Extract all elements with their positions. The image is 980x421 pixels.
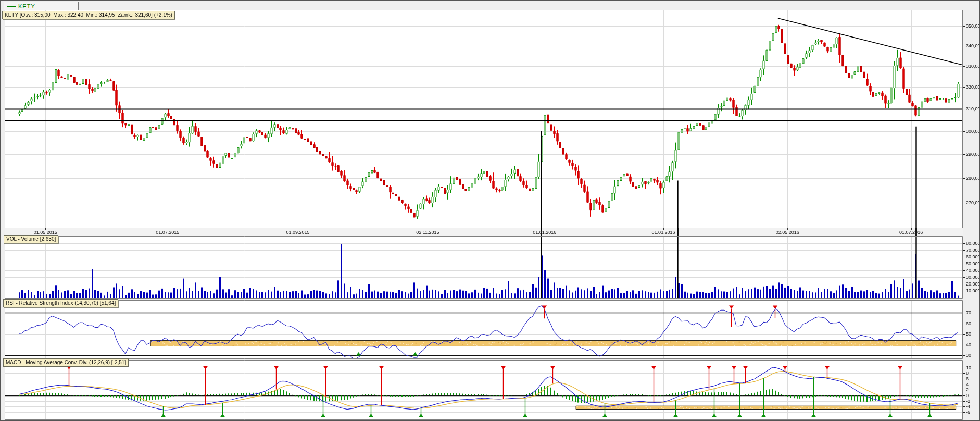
macd-axis-label: 2 [966, 388, 969, 392]
macd-axis-label: -4 [966, 404, 970, 409]
date-label: 01.09.2015 [280, 230, 316, 235]
volume-axis-label: 70.000 [966, 248, 980, 253]
charting-app-window: KETY KETY [Otw.: 315,00 Max.: 322,40 Min… [0, 0, 980, 421]
date-label: 01.03.2016 [645, 230, 682, 235]
macd-panel-header[interactable]: MACD - Moving Average Conv. Div. (12,26,… [3, 358, 129, 367]
macd-axis-label: 8 [966, 371, 969, 376]
date-label: 02.11.2015 [409, 230, 446, 235]
series-line-icon [7, 6, 16, 7]
chart-canvas[interactable] [1, 1, 980, 421]
price-axis-label: 290,00 [966, 152, 980, 157]
rsi-axis-label: 40 [966, 343, 971, 348]
date-label: 01.07.2016 [893, 230, 929, 235]
volume-axis-label: 30.000 [966, 275, 980, 280]
price-axis-label: 270,00 [966, 201, 980, 205]
date-label: 01.07.2015 [149, 230, 186, 235]
rsi-axis-label: 60 [966, 321, 971, 326]
volume-axis-label: 20.000 [966, 282, 980, 287]
rsi-panel-header[interactable]: RSI - Relative Strength Index (14,30,70)… [3, 299, 118, 307]
date-label: 01.01.2016 [526, 230, 563, 235]
price-axis-label: 340,00 [966, 44, 980, 48]
volume-axis-label: 40.000 [966, 268, 980, 273]
date-label: 02.05.2016 [769, 230, 806, 235]
volume-panel-header[interactable]: VOL - Volume [2.630] [4, 235, 58, 243]
price-axis-label: 310,00 [966, 107, 980, 112]
series-legend[interactable]: KETY [4, 2, 79, 10]
price-axis-label: 350,00 [966, 24, 980, 29]
rsi-axis-label: 50 [966, 332, 971, 337]
price-axis-label: 300,00 [966, 129, 980, 134]
volume-axis-label: 60.000 [966, 255, 980, 259]
ohlc-info-bar: KETY [Otw.: 315,00 Max.: 322,40 Min.: 31… [2, 11, 175, 19]
macd-axis-label: 6 [966, 377, 969, 381]
price-axis-label: 330,00 [966, 64, 980, 69]
series-symbol-label: KETY [18, 3, 35, 9]
macd-axis-label: -2 [966, 399, 970, 404]
date-label: 01.05.2015 [27, 230, 64, 235]
macd-axis-label: -6 [966, 410, 970, 415]
rsi-axis-label: 70 [966, 311, 971, 315]
rsi-axis-label: 30 [966, 353, 971, 358]
macd-axis-label: 10 [966, 366, 971, 370]
macd-axis-label: 4 [966, 382, 969, 387]
volume-axis-label: 10.000 [966, 289, 980, 293]
price-axis-label: 320,00 [966, 85, 980, 90]
price-axis-label: 280,00 [966, 176, 980, 181]
macd-axis-label: 0 [966, 393, 969, 398]
volume-axis-label: 50.000 [966, 262, 980, 266]
volume-axis-label: 80.000 [966, 241, 980, 246]
